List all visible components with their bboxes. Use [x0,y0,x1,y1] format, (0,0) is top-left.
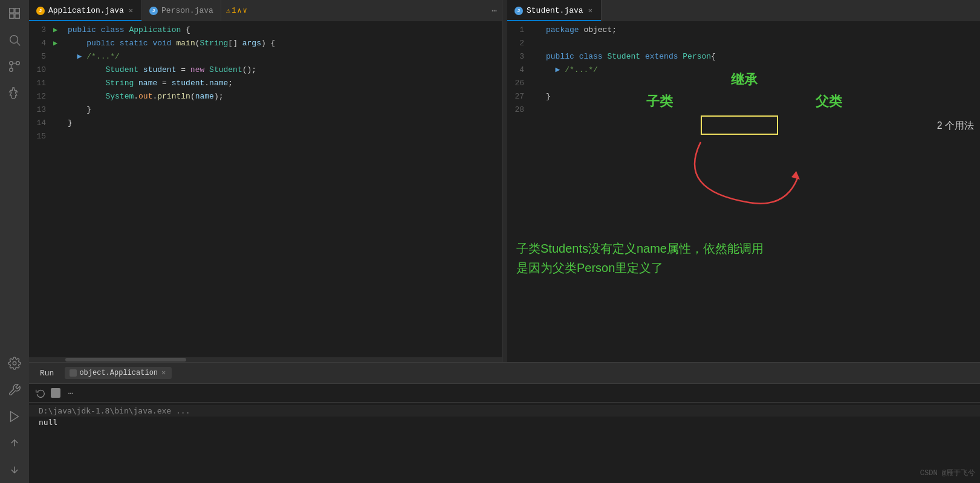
line-code-5: ▶ /*...*/ [65,50,502,63]
run-btn-4[interactable]: ▶ [53,37,65,50]
panel-content[interactable]: D:\java\jdk-1.8\bin\java.exe ... null [29,403,980,483]
run-tab-label: object.Application [79,369,158,377]
line-num-14: 14 [29,117,53,130]
line-code-13: } [65,103,502,117]
panel-more-button[interactable]: ⋯ [64,386,77,400]
svg-rect-2 [10,14,14,18]
tab-student-label: Student.java [527,6,583,15]
center-scrollbar[interactable] [502,0,507,362]
output-result-line: null [29,417,980,428]
code-line-5: 5 ▶ /*...*/ [29,50,502,63]
right-line-num-26: 26 [507,77,531,90]
search-icon[interactable] [6,31,23,48]
right-code-line-4: 4 ▶ /*...*/ [507,63,980,77]
line-num-13: 13 [29,103,53,117]
tab-more-menu[interactable]: ⋯ [487,0,502,21]
svg-rect-0 [10,8,14,13]
left-tab-bar: J Application.java ✕ J Person.java ⚠ 1 ∧… [29,0,502,21]
right-code-line-1: 1 package object; [507,24,980,37]
activity-bar [0,0,29,483]
main-content: J Application.java ✕ J Person.java ⚠ 1 ∧… [29,0,980,483]
right-line-num-27: 27 [507,90,531,103]
line-code-15 [65,130,502,143]
line-code-3: public class Application { [65,24,502,37]
code-line-11: 11 String name = student.name; [29,77,502,90]
run-btn-3[interactable]: ▶ [53,24,65,37]
panel-toolbar: ⋯ [29,384,980,403]
svg-point-8 [16,62,20,65]
output-command-line: D:\java\jdk-1.8\bin\java.exe ... [29,405,980,417]
right-code-line-28: 28 [507,103,980,117]
line-num-10: 10 [29,63,53,77]
code-line-15: 15 [29,130,502,143]
rerun-button[interactable] [34,386,47,400]
line-num-15: 15 [29,130,53,143]
right-line-num-3: 3 [507,50,531,63]
right-line-code-4: ▶ /*...*/ [544,63,980,77]
java-icon-student: J [514,7,523,15]
code-line-13: 13 } [29,103,502,117]
right-code-line-27: 27 } [507,90,980,103]
stop-button[interactable] [51,388,60,398]
left-code-editor: 3 ▶ public class Application { 4 ▶ publi… [29,21,502,362]
panel-tab-bar: Run object.Application ✕ [29,363,980,384]
settings-icon[interactable] [6,355,23,372]
warning-count: 1 [232,7,236,15]
line-num-3: 3 [29,24,53,37]
arrow-down-icon[interactable] [6,461,23,478]
watermark-text: CSDN @雁于飞兮 [920,469,975,478]
right-line-num-28: 28 [507,103,531,117]
tab-application-close[interactable]: ✕ [128,6,134,16]
left-code-content[interactable]: 3 ▶ public class Application { 4 ▶ publi… [29,21,502,357]
code-line-4: 4 ▶ public static void main(String[] arg… [29,37,502,50]
tab-student-close[interactable]: ✕ [587,6,594,16]
arrow-up-icon[interactable] [6,435,23,452]
right-code-content[interactable]: 1 package object; 2 3 public c [507,21,980,362]
warning-down-arrow[interactable]: ∨ [243,6,247,15]
svg-line-5 [17,42,20,45]
line-num-12: 12 [29,90,53,103]
right-code-line-3: 3 public class Student extends Person{ [507,50,980,63]
right-line-code-26 [544,77,980,90]
java-icon-orange: J [36,7,45,15]
code-line-14: 14 } [29,117,502,130]
run-label[interactable]: Run [34,363,60,383]
tab-person-java[interactable]: J Person.java [142,0,221,21]
left-h-scrollbar[interactable] [29,357,502,362]
svg-rect-3 [15,14,19,18]
run-tab-close[interactable]: ✕ [160,368,167,378]
warning-icon: ⚠ [226,6,230,15]
line-code-10: Student student = new Student(); [65,63,502,77]
editor-area: J Application.java ✕ J Person.java ⚠ 1 ∧… [29,0,980,362]
right-line-num-4: 4 [507,63,531,77]
right-line-code-28 [544,103,980,117]
code-line-3: 3 ▶ public class Application { [29,24,502,37]
output-result: null [39,418,57,427]
build-icon[interactable] [6,381,23,398]
svg-point-4 [10,36,18,44]
right-line-code-27: } [544,90,980,103]
right-line-code-2 [544,37,980,50]
tab-person-label: Person.java [161,6,213,15]
tab-application-java[interactable]: J Application.java ✕ [29,0,142,21]
left-editor-pane: J Application.java ✕ J Person.java ⚠ 1 ∧… [29,0,502,362]
warning-up-arrow[interactable]: ∧ [237,6,241,15]
tab-student-java[interactable]: J Student.java ✕ [507,0,602,21]
line-code-14: } [65,117,502,130]
explorer-icon[interactable] [6,5,23,22]
run-tab-name[interactable]: object.Application ✕ [65,367,172,379]
bottom-panel: Run object.Application ✕ ⋯ D:\java\jdk-1… [29,362,980,483]
right-tab-bar: J Student.java ✕ [507,0,980,21]
line-num-4: 4 [29,37,53,50]
right-line-code-3: public class Student extends Person{ [544,50,980,63]
run-tab-icon [70,369,77,377]
right-code-editor: 1 package object; 2 3 public c [507,21,980,362]
source-control-icon[interactable] [6,58,23,75]
line-code-4: public static void main(String[] args) { [65,37,502,50]
debug-icon[interactable] [6,85,23,102]
code-line-12: 12 System.out.println(name); [29,90,502,103]
run-up-icon[interactable] [6,408,23,425]
right-code-line-26: 26 [507,77,980,90]
line-num-11: 11 [29,77,53,90]
line-code-11: String name = student.name; [65,77,502,90]
